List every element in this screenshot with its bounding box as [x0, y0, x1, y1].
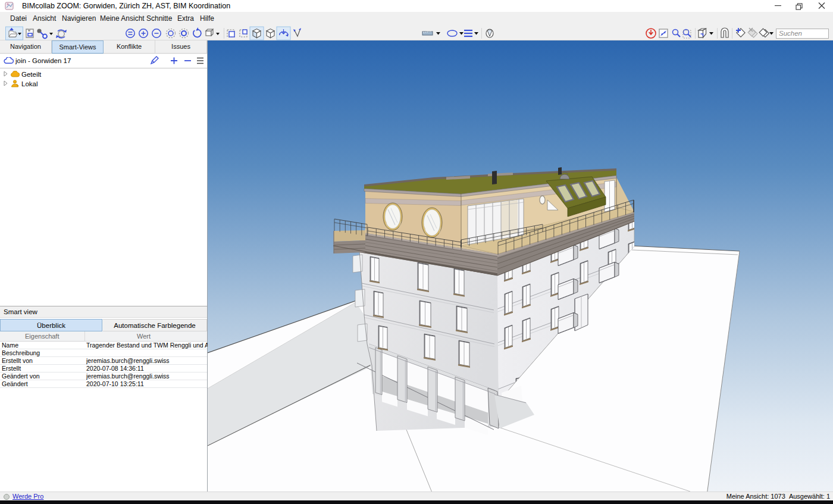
svg-text:Suchen: Suchen [779, 30, 802, 37]
